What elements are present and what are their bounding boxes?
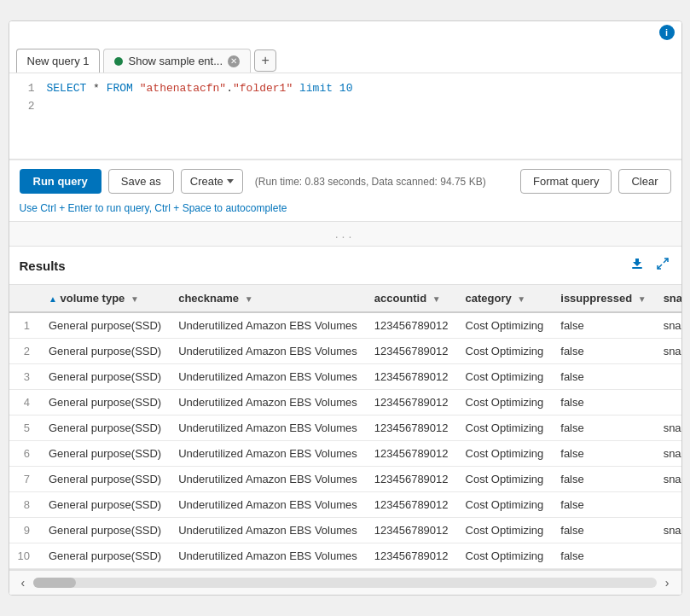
- cell-accountid: 123456789012: [366, 390, 457, 416]
- cell-volumetype: General purpose(SSD): [40, 441, 170, 467]
- cell-category: Cost Optimizing: [457, 416, 553, 441]
- run-query-button[interactable]: Run query: [20, 169, 101, 194]
- results-actions: [629, 255, 671, 276]
- cell-snapshot: snap-0ef4: [655, 416, 681, 441]
- cell-accountid: 123456789012: [366, 312, 457, 339]
- cell-issuppressed: false: [552, 518, 654, 543]
- run-info: (Run time: 0.83 seconds, Data scanned: 9…: [255, 176, 486, 188]
- hint-text: Use Ctrl + Enter to run query, Ctrl + Sp…: [9, 202, 681, 221]
- results-section: Results: [9, 247, 681, 595]
- download-button[interactable]: [629, 255, 646, 276]
- expand-button[interactable]: [654, 255, 671, 276]
- cell-issuppressed: false: [552, 543, 654, 569]
- results-table-wrapper[interactable]: ▲ volume type ▼ checkname ▼ accountid ▼ …: [9, 285, 681, 570]
- table-row: 1 General purpose(SSD) Underutilized Ama…: [9, 312, 681, 339]
- cell-accountid: 123456789012: [366, 467, 457, 492]
- scroll-thumb[interactable]: [33, 578, 76, 588]
- tabs-bar: New query 1 Show sample ent... ✕ +: [9, 44, 681, 73]
- cell-issuppressed: false: [552, 364, 654, 390]
- cell-accountid: 123456789012: [366, 364, 457, 390]
- cell-rownum: 3: [9, 364, 40, 390]
- toolbar: Run query Save as Create (Run time: 0.83…: [9, 160, 681, 202]
- cell-rownum: 5: [9, 416, 40, 441]
- cell-checkname: Underutilized Amazon EBS Volumes: [170, 518, 366, 543]
- main-container: i New query 1 Show sample ent... ✕ + 1 2…: [9, 20, 682, 596]
- cell-volumetype: General purpose(SSD): [40, 364, 170, 390]
- cell-volumetype: General purpose(SSD): [40, 339, 170, 364]
- tab-add-button[interactable]: +: [254, 49, 276, 72]
- save-as-button[interactable]: Save as: [108, 169, 174, 194]
- line-numbers: 1 2: [9, 80, 43, 152]
- col-issuppressed[interactable]: issuppressed ▼: [552, 285, 654, 312]
- table-row: 10 General purpose(SSD) Underutilized Am…: [9, 543, 681, 569]
- cell-rownum: 1: [9, 312, 40, 339]
- cell-issuppressed: false: [552, 492, 654, 518]
- tab-new-query[interactable]: New query 1: [16, 49, 101, 73]
- tab-close-button[interactable]: ✕: [228, 55, 240, 67]
- cell-category: Cost Optimizing: [457, 364, 553, 390]
- cell-issuppressed: false: [552, 441, 654, 467]
- scroll-track[interactable]: [33, 578, 657, 588]
- cell-volumetype: General purpose(SSD): [40, 518, 170, 543]
- cell-checkname: Underutilized Amazon EBS Volumes: [170, 416, 366, 441]
- cell-accountid: 123456789012: [366, 543, 457, 569]
- cell-checkname: Underutilized Amazon EBS Volumes: [170, 467, 366, 492]
- cell-rownum: 8: [9, 492, 40, 518]
- cell-accountid: 123456789012: [366, 339, 457, 364]
- table-row: 4 General purpose(SSD) Underutilized Ama…: [9, 390, 681, 416]
- cell-volumetype: General purpose(SSD): [40, 416, 170, 441]
- cell-category: Cost Optimizing: [457, 441, 553, 467]
- cell-accountid: 123456789012: [366, 441, 457, 467]
- cell-volumetype: General purpose(SSD): [40, 492, 170, 518]
- cell-snapshot: snap-0a5: [655, 441, 681, 467]
- tab-show-sample-label: Show sample ent...: [128, 55, 223, 67]
- sort-icon-checkname: ▼: [245, 294, 253, 304]
- cell-snapshot: snap-078: [655, 467, 681, 492]
- table-row: 3 General purpose(SSD) Underutilized Ama…: [9, 364, 681, 390]
- cell-snapshot: snap-06b: [655, 339, 681, 364]
- cell-category: Cost Optimizing: [457, 312, 553, 339]
- cell-issuppressed: false: [552, 312, 654, 339]
- tab-show-sample[interactable]: Show sample ent... ✕: [103, 49, 251, 73]
- clear-button[interactable]: Clear: [618, 169, 670, 194]
- table-header-row: ▲ volume type ▼ checkname ▼ accountid ▼ …: [9, 285, 681, 312]
- cell-checkname: Underutilized Amazon EBS Volumes: [170, 390, 366, 416]
- results-table: ▲ volume type ▼ checkname ▼ accountid ▼ …: [9, 285, 681, 569]
- cell-snapshot: [655, 492, 681, 518]
- cell-checkname: Underutilized Amazon EBS Volumes: [170, 543, 366, 569]
- toolbar-right: Format query Clear: [520, 169, 670, 194]
- cell-accountid: 123456789012: [366, 492, 457, 518]
- cell-snapshot: snap-0d4: [655, 312, 681, 339]
- cell-checkname: Underutilized Amazon EBS Volumes: [170, 492, 366, 518]
- cell-rownum: 7: [9, 467, 40, 492]
- info-icon[interactable]: i: [659, 25, 675, 40]
- cell-issuppressed: false: [552, 467, 654, 492]
- info-bar: i: [9, 21, 681, 44]
- format-query-button[interactable]: Format query: [520, 169, 612, 194]
- cell-category: Cost Optimizing: [457, 467, 553, 492]
- code-editor[interactable]: 1 2 SELECT * FROM "athenatacfn"."folder1…: [9, 73, 681, 159]
- table-row: 7 General purpose(SSD) Underutilized Ama…: [9, 467, 681, 492]
- col-snapshot[interactable]: snapshot ▼: [655, 285, 681, 312]
- tab-new-query-label: New query 1: [27, 55, 90, 67]
- cell-category: Cost Optimizing: [457, 390, 553, 416]
- col-accountid[interactable]: accountid ▼: [366, 285, 457, 312]
- cell-category: Cost Optimizing: [457, 518, 553, 543]
- cell-accountid: 123456789012: [366, 416, 457, 441]
- table-row: 8 General purpose(SSD) Underutilized Ama…: [9, 492, 681, 518]
- cell-snapshot: [655, 543, 681, 569]
- col-category[interactable]: category ▼: [457, 285, 553, 312]
- sort-icon-volumetype: ▼: [130, 294, 139, 304]
- cell-checkname: Underutilized Amazon EBS Volumes: [170, 339, 366, 364]
- scroll-right-arrow[interactable]: ›: [660, 574, 675, 591]
- scrollbar-footer: ‹ ›: [9, 570, 681, 595]
- results-title: Results: [20, 259, 66, 273]
- create-button[interactable]: Create: [181, 169, 243, 194]
- col-checkname[interactable]: checkname ▼: [170, 285, 366, 312]
- scroll-left-arrow[interactable]: ‹: [16, 574, 31, 591]
- code-content[interactable]: SELECT * FROM "athenatacfn"."folder1" li…: [43, 80, 681, 152]
- cell-volumetype: General purpose(SSD): [40, 467, 170, 492]
- col-volumetype[interactable]: ▲ volume type ▼: [40, 285, 170, 312]
- cell-rownum: 6: [9, 441, 40, 467]
- cell-issuppressed: false: [552, 390, 654, 416]
